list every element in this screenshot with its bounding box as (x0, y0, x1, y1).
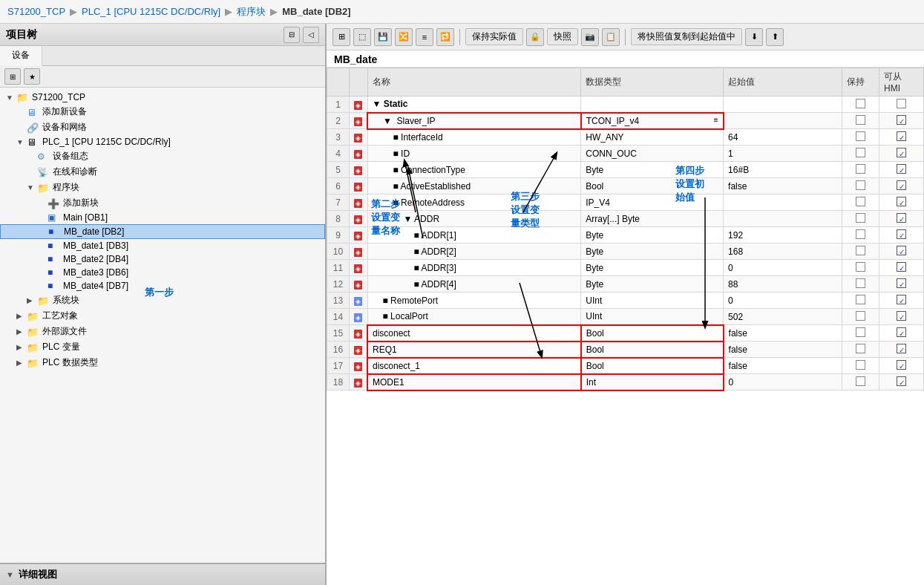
sidebar-item-mb-date-db2[interactable]: ■ MB_date [DB2] (0, 224, 325, 239)
cell-hold-8[interactable] (842, 211, 879, 227)
toolbar-icon1[interactable]: ⊞ (332, 28, 350, 46)
sidebar-collapse-btn[interactable]: ⊟ (284, 27, 300, 43)
table-row[interactable]: 12 ◈ ■ ADDR[4] Byte 88 (327, 276, 924, 292)
toolbar-cam-icon1[interactable]: 📷 (581, 28, 599, 46)
table-row[interactable]: 8 ◈ ▼ ADDR Array[...] Byte (327, 211, 924, 227)
checkbox-hold-2[interactable] (856, 115, 865, 125)
cell-name-5[interactable]: ■ ConnectionType (367, 162, 581, 178)
checkbox-hmi-9[interactable] (897, 229, 906, 239)
checkbox-hmi-6[interactable] (897, 180, 906, 190)
checkbox-hmi-17[interactable] (897, 360, 906, 370)
checkbox-hmi-14[interactable] (897, 311, 906, 321)
table-row[interactable]: 16 ◈ REQ1 Bool false (327, 341, 924, 358)
cell-name-11[interactable]: ■ ADDR[3] (367, 260, 581, 276)
cell-hmi-10[interactable] (879, 244, 924, 260)
checkbox-hold-12[interactable] (856, 278, 865, 288)
cell-hmi-7[interactable] (879, 195, 924, 211)
sidebar-item-add-block[interactable]: ➕ 添加新块 (0, 195, 325, 211)
cell-hold-18[interactable] (842, 374, 879, 390)
checkbox-hmi-4[interactable] (897, 148, 906, 157)
cell-hmi-17[interactable] (879, 358, 924, 374)
cell-type-2[interactable]: TCON_IP_v4 ≡ (581, 113, 724, 129)
cell-hold-17[interactable] (842, 358, 879, 374)
cell-hold-10[interactable] (842, 244, 879, 260)
cell-hold-2[interactable] (842, 113, 879, 129)
toolbar-star-btn[interactable]: ★ (24, 68, 40, 85)
tab-devices[interactable]: 设备 (0, 46, 42, 66)
toolbar-icon5[interactable]: ≡ (416, 28, 433, 46)
cell-hmi-14[interactable] (879, 309, 924, 325)
table-row[interactable]: 5 ◈ ■ ConnectionType Byte 16#B (327, 162, 924, 178)
type-expand-icon[interactable]: ≡ (714, 116, 718, 124)
sidebar-item-device-config[interactable]: ⚙ 设备组态 (0, 148, 325, 164)
cell-hold-4[interactable] (842, 146, 879, 162)
checkbox-hold-10[interactable] (856, 246, 865, 255)
cell-name-6[interactable]: ■ ActiveEstablished (367, 178, 581, 195)
checkbox-hmi-13[interactable] (897, 295, 906, 304)
cell-hmi-4[interactable] (879, 146, 924, 162)
sidebar-item-device-network[interactable]: 🔗 设备和网络 (0, 120, 325, 135)
checkbox-hold-18[interactable] (856, 376, 865, 386)
sidebar-pin-btn[interactable]: ◁ (303, 27, 319, 43)
cell-name-10[interactable]: ■ ADDR[2] (367, 244, 581, 260)
table-row[interactable]: 9 ◈ ■ ADDR[1] Byte 192 (327, 227, 924, 244)
breadcrumb-plc[interactable]: PLC_1 [CPU 1215C DC/DC/Rly] (82, 6, 220, 17)
checkbox-hold-17[interactable] (856, 360, 865, 370)
checkbox-hmi-10[interactable] (897, 246, 906, 255)
table-row[interactable]: 1 ◈ ▼ Static (327, 97, 924, 113)
table-row[interactable]: 11 ◈ ■ ADDR[3] Byte 0 (327, 260, 924, 276)
sidebar-item-s71200[interactable]: ▼ 📁 S71200_TCP (0, 91, 325, 104)
checkbox-hold-8[interactable] (856, 213, 865, 223)
toolbar-icon2[interactable]: ⬚ (353, 28, 371, 46)
cell-hmi-13[interactable] (879, 292, 924, 309)
sidebar-item-mb-date3-db6[interactable]: ■ MB_date3 [DB6] (0, 266, 325, 279)
toolbar-cam-icon2[interactable]: 📋 (602, 28, 620, 46)
checkbox-hmi-16[interactable] (897, 344, 906, 353)
cell-hold-12[interactable] (842, 276, 879, 292)
cell-name-1[interactable]: ▼ Static (367, 97, 581, 113)
checkbox-hmi-8[interactable] (897, 213, 906, 223)
cell-hmi-2[interactable] (879, 113, 924, 129)
table-row[interactable]: 17 ◈ disconect_1 Bool false (327, 358, 924, 374)
cell-hold-11[interactable] (842, 260, 879, 276)
checkbox-hold-14[interactable] (856, 311, 865, 321)
toolbar-lock-icon[interactable]: 🔒 (526, 28, 544, 46)
checkbox-hmi-12[interactable] (897, 278, 906, 288)
cell-hmi-16[interactable] (879, 341, 924, 358)
cell-hmi-9[interactable] (879, 227, 924, 244)
toolbar-snapshot-btn[interactable]: 快照 (547, 28, 578, 45)
sidebar-item-mb-date4-db7[interactable]: ■ MB_date4 [DB7] (0, 279, 325, 292)
table-row[interactable]: 18 ◈ MODE1 Int 0 (327, 374, 924, 390)
toolbar-import-icon[interactable]: ⬇ (745, 28, 763, 46)
checkbox-hmi-2[interactable] (897, 115, 906, 125)
sidebar-item-ext-src[interactable]: ▶ 📁 外部源文件 (0, 324, 325, 339)
checkbox-hmi-7[interactable] (897, 197, 906, 206)
cell-hmi-11[interactable] (879, 260, 924, 276)
checkbox-hold-9[interactable] (856, 229, 865, 239)
checkbox-hold-3[interactable] (856, 131, 865, 141)
toolbar-icon4[interactable]: 🔀 (395, 28, 413, 46)
checkbox-hmi-1[interactable] (897, 99, 906, 108)
cell-name-18[interactable]: MODE1 (367, 374, 581, 390)
breadcrumb-project[interactable]: S71200_TCP (7, 6, 65, 17)
cell-hmi-15[interactable] (879, 325, 924, 341)
cell-name-17[interactable]: disconect_1 (367, 358, 581, 374)
cell-hold-15[interactable] (842, 325, 879, 341)
sidebar-item-add-device[interactable]: 🖥 添加新设备 (0, 104, 325, 120)
toolbar-grid-btn[interactable]: ⊞ (4, 68, 21, 85)
table-row[interactable]: 15 ◈ disconect Bool false (327, 325, 924, 341)
cell-name-4[interactable]: ■ ID (367, 146, 581, 162)
checkbox-hold-6[interactable] (856, 180, 865, 190)
toolbar-copy-snap-btn[interactable]: 将快照值复制到起始值中 (631, 28, 742, 45)
cell-name-3[interactable]: ■ InterfaceId (367, 129, 581, 146)
cell-hold-3[interactable] (842, 129, 879, 146)
cell-hmi-8[interactable] (879, 211, 924, 227)
checkbox-hold-13[interactable] (856, 295, 865, 304)
cell-hmi-6[interactable] (879, 178, 924, 195)
cell-name-2[interactable]: ▼ Slaver_IP (367, 113, 581, 129)
table-row[interactable]: 4 ◈ ■ ID CONN_OUC 1 (327, 146, 924, 162)
sidebar-item-sys-blocks[interactable]: ▶ 📁 系统块 (0, 292, 325, 308)
cell-hold-6[interactable] (842, 178, 879, 195)
toolbar-export-icon[interactable]: ⬆ (766, 28, 784, 46)
sidebar-item-plc1[interactable]: ▼ 🖥 PLC_1 [CPU 1215C DC/DC/Rly] (0, 135, 325, 148)
